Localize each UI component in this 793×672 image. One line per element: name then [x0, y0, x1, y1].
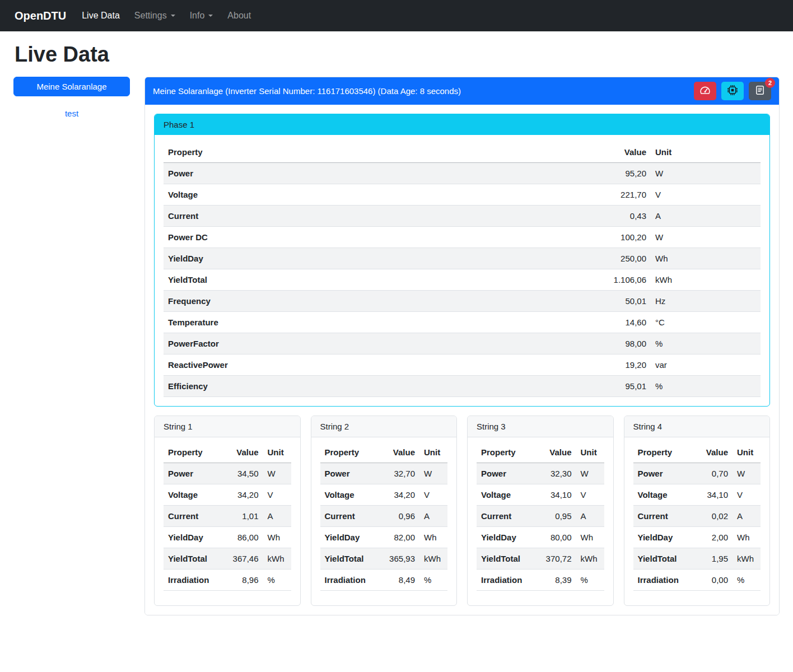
property-cell: YieldTotal: [477, 548, 533, 570]
table-header-row: Property Value Unit: [164, 442, 291, 463]
string-card-title: String 3: [468, 416, 613, 437]
nav-label: Info: [190, 11, 205, 21]
phase-card-title: Phase 1: [155, 114, 769, 135]
power-settings-button[interactable]: [721, 82, 744, 100]
property-cell: Frequency: [164, 291, 578, 312]
string-card-2: String 2 Property Value Unit: [311, 416, 458, 606]
journal-icon: [755, 85, 765, 97]
value-cell: 82,00: [376, 527, 419, 548]
unit-cell: kWh: [419, 548, 447, 570]
inverter-info-button[interactable]: 2: [749, 82, 771, 100]
value-cell: 80,00: [533, 527, 576, 548]
table-row: YieldDay80,00Wh: [477, 527, 604, 548]
property-cell: YieldTotal: [320, 548, 376, 570]
unit-cell: V: [733, 484, 761, 506]
inverter-sidebar: Meine Solaranlage test: [13, 77, 130, 118]
property-cell: Current: [633, 506, 689, 527]
inverter-card: Meine Solaranlage (Inverter Serial Numbe…: [144, 77, 780, 615]
property-cell: YieldTotal: [164, 548, 220, 570]
string-card-title: String 2: [311, 416, 457, 437]
unit-cell: W: [576, 463, 604, 484]
gauge-icon: [700, 85, 710, 97]
unit-cell: %: [576, 570, 604, 591]
unit-cell: kWh: [733, 548, 761, 570]
unit-cell: Wh: [576, 527, 604, 548]
value-cell: 250,00: [578, 248, 651, 269]
value-cell: 0,00: [689, 570, 733, 591]
nav-item-info[interactable]: Info: [190, 11, 213, 21]
table-row: Power34,50W: [164, 463, 291, 484]
inverter-header-text: Meine Solaranlage (Inverter Serial Numbe…: [153, 86, 461, 96]
unit-cell: W: [733, 463, 761, 484]
column-header-value: Value: [578, 142, 651, 163]
strings-row: String 1 Property Value Unit: [154, 416, 770, 606]
sidebar-link-test[interactable]: test: [13, 109, 130, 118]
phase-table: Property Value Unit Power95,20WVoltage22…: [164, 142, 761, 397]
property-cell: YieldDay: [164, 248, 578, 269]
table-row: Efficiency95,01%: [164, 376, 761, 397]
value-cell: 8,49: [376, 570, 419, 591]
value-cell: 1,95: [689, 548, 733, 570]
value-cell: 0,70: [689, 463, 733, 484]
nav-item-live-data[interactable]: Live Data: [82, 11, 120, 21]
property-cell: YieldTotal: [164, 269, 578, 291]
value-cell: 100,20: [578, 227, 651, 248]
inverter-card-body: Phase 1 Property Value Unit Power95,20WV…: [145, 105, 779, 615]
string-table-3: Property Value Unit Power32,30WVoltage34…: [477, 442, 604, 591]
property-cell: Power DC: [164, 227, 578, 248]
table-row: Temperature14,60°C: [164, 312, 761, 333]
value-cell: 95,20: [578, 163, 651, 184]
string-table-1: Property Value Unit Power34,50WVoltage34…: [164, 442, 291, 591]
property-cell: YieldDay: [477, 527, 533, 548]
table-row: Irradiation8,39%: [477, 570, 604, 591]
phase-card: Phase 1 Property Value Unit Power95,20WV…: [154, 114, 770, 407]
value-cell: 367,46: [220, 548, 263, 570]
chevron-down-icon: [171, 15, 175, 17]
table-row: YieldTotal370,72kWh: [477, 548, 604, 570]
unit-cell: Wh: [263, 527, 291, 548]
unit-cell: kWh: [263, 548, 291, 570]
string-table-4: Property Value Unit Power0,70WVoltage34,…: [633, 442, 761, 591]
property-cell: Voltage: [164, 484, 220, 506]
inverter-card-header: Meine Solaranlage (Inverter Serial Numbe…: [145, 77, 779, 105]
property-cell: Irradiation: [477, 570, 533, 591]
limit-settings-button[interactable]: [694, 82, 716, 100]
value-cell: 8,39: [533, 570, 576, 591]
value-cell: 0,02: [689, 506, 733, 527]
property-cell: YieldTotal: [633, 548, 689, 570]
unit-cell: A: [419, 506, 447, 527]
property-cell: PowerFactor: [164, 333, 578, 354]
value-cell: 8,96: [220, 570, 263, 591]
table-header-row: Property Value Unit: [320, 442, 448, 463]
property-cell: Power: [164, 463, 220, 484]
property-cell: Voltage: [320, 484, 376, 506]
nav-label: Settings: [134, 11, 167, 21]
string-card-title: String 1: [155, 416, 300, 437]
column-header-unit: Unit: [263, 442, 291, 463]
column-header-unit: Unit: [651, 142, 761, 163]
value-cell: 34,20: [376, 484, 419, 506]
brand-opendtu[interactable]: OpenDTU: [15, 10, 66, 22]
unit-cell: A: [576, 506, 604, 527]
table-header-row: Property Value Unit: [164, 142, 761, 163]
value-cell: 34,10: [533, 484, 576, 506]
property-cell: Current: [164, 506, 220, 527]
nav-item-about[interactable]: About: [227, 11, 251, 21]
unit-cell: var: [651, 354, 761, 376]
column-header-unit: Unit: [576, 442, 604, 463]
property-cell: YieldDay: [633, 527, 689, 548]
unit-cell: %: [263, 570, 291, 591]
value-cell: 0,95: [533, 506, 576, 527]
property-cell: Voltage: [633, 484, 689, 506]
inverter-select-button[interactable]: Meine Solaranlage: [13, 77, 130, 96]
property-cell: Temperature: [164, 312, 578, 333]
table-row: Current1,01A: [164, 506, 291, 527]
nav-item-settings[interactable]: Settings: [134, 11, 175, 21]
unit-cell: W: [651, 163, 761, 184]
table-row: YieldTotal1,95kWh: [633, 548, 761, 570]
column-header-unit: Unit: [733, 442, 761, 463]
unit-cell: V: [651, 184, 761, 206]
value-cell: 19,20: [578, 354, 651, 376]
page-title: Live Data: [15, 43, 780, 67]
unit-cell: A: [733, 506, 761, 527]
